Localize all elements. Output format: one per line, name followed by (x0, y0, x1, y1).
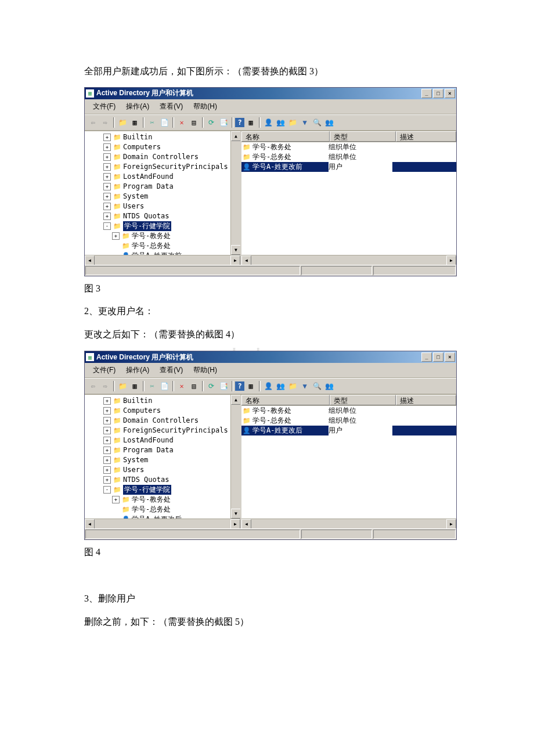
list-row[interactable]: 学号-教务处组织单位 (241, 142, 456, 152)
collapse-icon[interactable]: - (103, 222, 111, 230)
filter-icon[interactable]: ▼ (299, 380, 311, 392)
list-row[interactable]: 学号A-姓更改前用户 (241, 162, 456, 172)
back-icon[interactable]: ⇦ (87, 380, 99, 392)
expand-icon[interactable]: + (103, 476, 111, 484)
list-row[interactable]: 学号-总务处组织单位 (241, 416, 456, 426)
scroll-up-icon[interactable]: ▲ (231, 395, 241, 405)
find-icon[interactable]: 🔍 (311, 117, 323, 128)
help-icon[interactable]: ? (235, 118, 244, 127)
delete-icon[interactable]: ✕ (176, 380, 187, 392)
tree-item[interactable]: 学号-总务处 (86, 241, 240, 251)
tree-item[interactable]: +Domain Controllers (86, 152, 240, 162)
menu-help[interactable]: 帮助(H) (189, 364, 222, 376)
new-user-icon[interactable]: 👤 (262, 380, 274, 392)
find-icon[interactable]: 🔍 (311, 380, 323, 392)
expand-icon[interactable]: + (103, 466, 111, 474)
tree-item[interactable]: 学号-总务处 (86, 505, 240, 514)
scroll-left-icon[interactable]: ◀ (85, 519, 95, 528)
minimize-button[interactable]: _ (421, 89, 432, 98)
expand-icon[interactable]: + (103, 193, 111, 200)
horizontal-scrollbar[interactable]: ◀ ▶ (85, 255, 240, 265)
tree-item[interactable]: +Program Data (86, 182, 240, 192)
expand-icon[interactable]: + (103, 407, 111, 415)
horizontal-scrollbar[interactable]: ◀ ▶ (85, 519, 240, 528)
view-icon[interactable]: ▦ (245, 380, 257, 392)
expand-icon[interactable]: + (103, 173, 111, 181)
help-icon[interactable]: ? (235, 381, 244, 391)
cut-icon[interactable]: ✂ (146, 117, 158, 128)
close-button[interactable]: × (445, 89, 455, 98)
tree-item[interactable]: +Computers (86, 142, 240, 152)
scroll-right-icon[interactable]: ▶ (446, 255, 456, 265)
menu-action[interactable]: 操作(A) (121, 100, 154, 113)
scroll-up-icon[interactable]: ▲ (231, 131, 241, 141)
up-icon[interactable]: 📁 (117, 117, 128, 128)
refresh-icon[interactable]: ⟳ (205, 117, 217, 128)
expand-icon[interactable]: + (103, 203, 111, 210)
add-to-group-icon[interactable]: 👥 (323, 117, 335, 128)
menu-action[interactable]: 操作(A) (121, 364, 154, 376)
forward-icon[interactable]: ⇨ (99, 380, 111, 392)
tree-item[interactable]: +ForeignSecurityPrincipals (86, 162, 240, 172)
collapse-icon[interactable]: - (103, 486, 111, 494)
col-type[interactable]: 类型 (330, 131, 396, 142)
scroll-right-icon[interactable]: ▶ (230, 255, 240, 265)
scroll-left-icon[interactable]: ◀ (85, 255, 95, 265)
scroll-right-icon[interactable]: ▶ (446, 519, 456, 528)
back-icon[interactable]: ⇦ (87, 117, 99, 128)
new-ou-icon[interactable]: 📁 (287, 117, 298, 128)
tree-item[interactable]: +Users (86, 201, 240, 211)
tree-item[interactable]: +NTDS Quotas (86, 475, 240, 485)
expand-icon[interactable]: + (103, 447, 111, 454)
menu-view[interactable]: 查看(V) (155, 100, 187, 113)
filter-icon[interactable]: ▼ (299, 117, 311, 128)
tree-item[interactable]: +LostAndFound (86, 435, 240, 445)
col-name[interactable]: 名称 (241, 395, 330, 405)
list-row[interactable]: 学号-总务处组织单位 (241, 152, 456, 162)
expand-icon[interactable]: + (112, 496, 120, 503)
view-icon[interactable]: ▦ (245, 117, 257, 128)
titlebar[interactable]: ▦ Active Directory 用户和计算机 _ □ × (85, 351, 456, 363)
menu-help[interactable]: 帮助(H) (189, 100, 222, 113)
tree-item[interactable]: +Program Data (86, 445, 240, 455)
refresh-icon[interactable]: ⟳ (205, 380, 217, 392)
cut-icon[interactable]: ✂ (146, 380, 158, 392)
new-user-icon[interactable]: 👤 (262, 117, 274, 128)
tree-item[interactable]: +Builtin (86, 396, 240, 406)
show-hide-icon[interactable]: ▦ (129, 380, 140, 392)
scroll-right-icon[interactable]: ▶ (230, 519, 240, 528)
col-name[interactable]: 名称 (241, 131, 330, 142)
scroll-down-icon[interactable]: ▼ (231, 509, 241, 519)
scroll-down-icon[interactable]: ▼ (231, 245, 241, 255)
tree-item[interactable]: +Domain Controllers (86, 416, 240, 426)
col-type[interactable]: 类型 (330, 395, 396, 405)
maximize-button[interactable]: □ (433, 89, 443, 98)
expand-icon[interactable]: + (103, 397, 111, 405)
tree-item[interactable]: +Computers (86, 406, 240, 416)
tree-item[interactable]: -学号-行健学院 (86, 485, 240, 495)
col-desc[interactable]: 描述 (396, 131, 456, 142)
expand-icon[interactable]: + (103, 143, 111, 151)
new-group-icon[interactable]: 👥 (275, 117, 286, 128)
new-ou-icon[interactable]: 📁 (287, 380, 298, 392)
export-icon[interactable]: 📑 (218, 117, 229, 128)
maximize-button[interactable]: □ (433, 352, 443, 362)
list-row[interactable]: 学号-教务处组织单位 (241, 406, 456, 416)
show-hide-icon[interactable]: ▦ (129, 117, 140, 128)
tree-item[interactable]: +NTDS Quotas (86, 211, 240, 221)
expand-icon[interactable]: + (103, 134, 111, 141)
scroll-left-icon[interactable]: ◀ (241, 519, 251, 528)
expand-icon[interactable]: + (103, 456, 111, 464)
new-group-icon[interactable]: 👥 (275, 380, 286, 392)
copy-icon[interactable]: 📄 (158, 117, 170, 128)
tree-item[interactable]: +学号-教务处 (86, 231, 240, 241)
menu-file[interactable]: 文件(F) (88, 100, 120, 113)
delete-icon[interactable]: ✕ (176, 117, 187, 128)
titlebar[interactable]: ▦ Active Directory 用户和计算机 _ □ × (85, 88, 456, 99)
horizontal-scrollbar[interactable]: ◀ ▶ (241, 519, 456, 528)
tree-item[interactable]: +Users (86, 465, 240, 475)
expand-icon[interactable]: + (112, 232, 120, 240)
tree-item[interactable]: +System (86, 455, 240, 465)
expand-icon[interactable]: + (103, 163, 111, 171)
expand-icon[interactable]: + (103, 427, 111, 434)
